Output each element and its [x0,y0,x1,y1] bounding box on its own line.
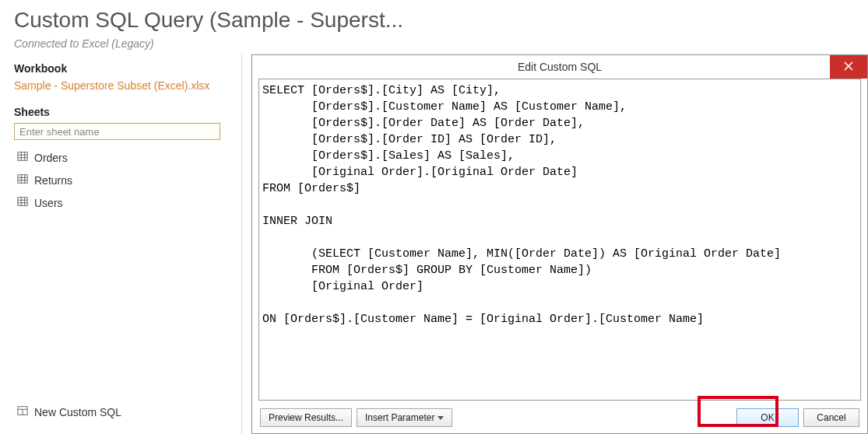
edit-custom-sql-dialog: Edit Custom SQL Preview Results... Inser… [251,54,868,434]
sheet-item-orders[interactable]: Orders [14,146,227,169]
preview-results-button[interactable]: Preview Results... [260,408,352,427]
table-icon [17,151,28,164]
table-icon [17,173,28,187]
svg-rect-0 [18,152,27,161]
workbook-name[interactable]: Sample - Superstore Subset (Excel).xlsx [14,79,227,92]
page-title: Custom SQL Query (Sample - Superst... [14,8,854,33]
sheet-item-label: Users [34,197,63,209]
svg-rect-10 [18,198,27,206]
insert-parameter-label: Insert Parameter [365,412,434,423]
cancel-label: Cancel [817,412,845,423]
sheets-label: Sheets [14,106,227,118]
cancel-button[interactable]: Cancel [803,408,859,427]
sheet-item-returns[interactable]: Returns [14,169,227,191]
sheet-item-label: Orders [34,152,68,164]
table-icon [17,196,28,209]
close-icon [844,61,853,73]
sql-editor[interactable] [258,79,861,401]
sheet-item-users[interactable]: Users [14,191,227,214]
sheet-item-label: Returns [34,174,72,187]
dialog-close-button[interactable] [830,55,867,79]
ok-button[interactable]: OK [736,408,799,427]
preview-results-label: Preview Results... [269,412,343,423]
new-custom-sql-button[interactable]: New Custom SQL [14,402,227,426]
dialog-title: Edit Custom SQL [518,61,602,73]
workbook-label: Workbook [14,62,227,75]
sql-icon [17,405,28,418]
sheet-name-input[interactable] [14,123,220,140]
ok-label: OK [761,412,774,423]
left-panel: Workbook Sample - Superstore Subset (Exc… [0,53,241,434]
insert-parameter-button[interactable]: Insert Parameter [357,408,452,427]
connection-subtitle: Connected to Excel (Legacy) [14,37,854,50]
new-custom-sql-label: New Custom SQL [34,406,121,418]
svg-rect-5 [18,175,27,184]
chevron-down-icon [438,416,444,420]
